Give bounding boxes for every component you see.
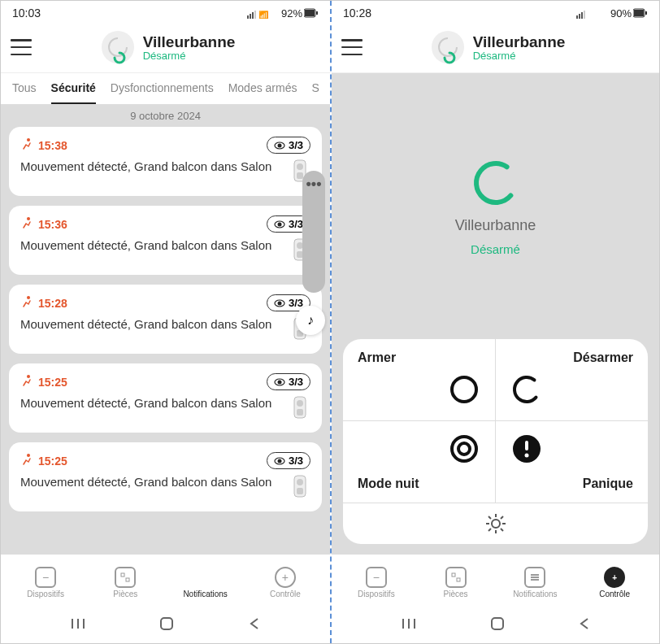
svg-point-29 xyxy=(277,380,281,384)
battery-percent: 92% xyxy=(281,7,302,20)
header-subtitle: Désarmé xyxy=(143,50,236,62)
sound-button[interactable]: ♪ xyxy=(296,306,325,335)
menu-button[interactable] xyxy=(341,39,363,55)
system-nav-bar xyxy=(1,607,330,643)
sys-home-button[interactable] xyxy=(158,616,175,635)
event-card[interactable]: 15:38 3/3 Mouvement détecté, Grand balco… xyxy=(9,127,322,196)
hub-state: Désarmé xyxy=(471,242,520,256)
event-card[interactable]: 15:25 3/3 Mouvement détecté, Grand balco… xyxy=(9,363,322,433)
filter-tabs: Tous Sécurité Dysfonctionnements Modes a… xyxy=(1,73,330,105)
svg-rect-0 xyxy=(247,15,249,19)
sys-recent-button[interactable] xyxy=(401,617,417,633)
phone-control: 10:28 90% Villeurbanne Désarmé Villeurba… xyxy=(332,1,659,643)
motion-icon xyxy=(20,295,33,311)
tab-security[interactable]: Sécurité xyxy=(51,81,96,104)
devices-icon: − xyxy=(366,567,387,588)
svg-rect-81 xyxy=(492,618,503,629)
event-time: 15:25 xyxy=(38,376,67,389)
svg-rect-50 xyxy=(581,12,583,19)
notifications-icon xyxy=(524,567,545,588)
header-subtitle: Désarmé xyxy=(473,50,566,62)
app-header: Villeurbanne Désarmé xyxy=(332,24,659,73)
svg-rect-76 xyxy=(531,577,539,578)
tab-more-cut[interactable]: S xyxy=(311,81,319,104)
svg-point-35 xyxy=(277,459,281,463)
svg-line-72 xyxy=(488,529,491,531)
eye-icon xyxy=(274,141,285,150)
device-icon xyxy=(293,474,310,502)
svg-line-69 xyxy=(488,516,491,519)
panic-button[interactable]: Panique xyxy=(496,421,649,503)
motion-icon xyxy=(20,216,33,233)
arm-icon xyxy=(448,373,480,409)
svg-rect-42 xyxy=(202,577,210,578)
rooms-icon xyxy=(445,567,467,588)
svg-rect-49 xyxy=(579,14,580,19)
svg-point-9 xyxy=(27,138,30,141)
svg-rect-1 xyxy=(250,14,251,19)
status-bar: 10:28 90% xyxy=(332,1,659,24)
status-time: 10:28 xyxy=(343,7,371,20)
events-list[interactable]: 15:38 3/3 Mouvement détecté, Grand balco… xyxy=(1,127,330,554)
event-card[interactable]: 15:25 3/3 Mouvement détecté, Grand balco… xyxy=(9,442,322,511)
svg-point-64 xyxy=(492,520,500,528)
status-bar: 10:03 📶 92% xyxy=(1,1,330,24)
nav-notifications[interactable]: Notifications xyxy=(496,567,575,598)
nav-rooms[interactable]: Pièces xyxy=(416,567,496,598)
header-title: Villeurbanne xyxy=(143,33,236,51)
svg-text:📶: 📶 xyxy=(258,10,269,19)
nav-devices[interactable]: − Dispositifs xyxy=(337,567,416,598)
nav-notifications[interactable]: Notifications xyxy=(166,567,245,598)
battery-icon xyxy=(304,8,319,18)
phone-notifications: 10:03 📶 92% Villeurbanne Désarmé Tous Sé… xyxy=(1,1,330,643)
svg-point-23 xyxy=(277,301,281,305)
svg-line-71 xyxy=(501,516,503,519)
svg-rect-7 xyxy=(316,11,318,15)
event-card[interactable]: 15:36 3/3 Mouvement détecté, Grand balco… xyxy=(9,206,322,275)
svg-point-15 xyxy=(27,217,30,220)
nav-rooms[interactable]: Pièces xyxy=(85,567,165,598)
svg-point-37 xyxy=(297,479,303,485)
svg-point-56 xyxy=(470,157,522,209)
svg-point-13 xyxy=(297,163,303,170)
photo-badge[interactable]: 3/3 xyxy=(267,373,310,390)
header-center[interactable]: Villeurbanne Désarmé xyxy=(371,30,625,64)
svg-point-17 xyxy=(277,222,281,226)
sys-home-button[interactable] xyxy=(489,616,506,635)
nav-control[interactable]: + Contrôle xyxy=(575,567,654,598)
more-icon: ••• xyxy=(306,176,322,293)
overflow-handle[interactable]: ••• xyxy=(302,171,325,293)
tab-malfunctions[interactable]: Dysfonctionnements xyxy=(111,81,214,104)
menu-button[interactable] xyxy=(11,39,32,55)
svg-point-60 xyxy=(458,443,470,455)
arm-button[interactable]: Armer xyxy=(343,339,496,421)
gear-icon xyxy=(485,513,506,534)
settings-button[interactable] xyxy=(343,503,648,544)
svg-line-70 xyxy=(501,529,503,531)
status-time: 10:03 xyxy=(12,7,41,20)
photo-badge[interactable]: 3/3 xyxy=(267,137,310,154)
nav-devices[interactable]: − Dispositifs xyxy=(6,567,85,598)
disarm-button[interactable]: Désarmer xyxy=(496,339,649,421)
svg-point-11 xyxy=(277,143,281,147)
rooms-icon xyxy=(115,567,136,588)
svg-point-59 xyxy=(452,437,476,461)
hub-status-display[interactable]: Villeurbanne Désarmé xyxy=(455,73,536,339)
tab-all[interactable]: Tous xyxy=(12,81,37,104)
sys-back-button[interactable] xyxy=(578,617,591,633)
sys-back-button[interactable] xyxy=(248,617,261,633)
panic-icon xyxy=(510,433,543,468)
nav-control[interactable]: + Contrôle xyxy=(245,567,325,598)
svg-rect-75 xyxy=(531,574,539,576)
signal-icons: 📶 xyxy=(247,7,280,20)
night-mode-button[interactable]: Mode nuit xyxy=(343,421,496,503)
system-nav-bar xyxy=(332,607,659,643)
sys-recent-button[interactable] xyxy=(70,617,86,633)
photo-badge[interactable]: 3/3 xyxy=(267,452,310,469)
event-card[interactable]: 15:28 3/3 Mouvement détecté, Grand balco… xyxy=(9,285,322,354)
header-center[interactable]: Villeurbanne Désarmé xyxy=(40,30,296,64)
disarm-icon xyxy=(510,373,543,409)
tab-armed-modes[interactable]: Modes armés xyxy=(228,81,297,104)
svg-rect-54 xyxy=(645,11,647,15)
app-header: Villeurbanne Désarmé xyxy=(1,24,330,73)
